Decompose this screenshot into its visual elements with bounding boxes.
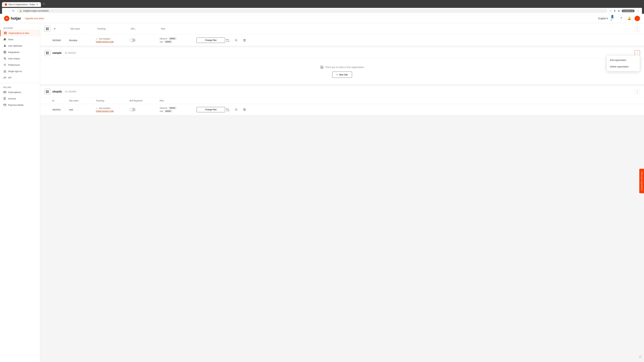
- plan-observe-label-shopify: Observe: [160, 107, 167, 109]
- change-plan-button-shopify[interactable]: Change Plan: [196, 107, 225, 112]
- col-tracking: Tracking: [97, 28, 131, 30]
- sh-col-e2: [225, 99, 234, 102]
- org-menu-button-moodjoy[interactable]: ⋮: [634, 26, 640, 31]
- org-menu-button-shopify[interactable]: ⋮: [634, 89, 640, 94]
- orgs-icon: [4, 31, 7, 34]
- tracking-status-moodjoy: ⚠ Not installed Install tracking code: [96, 37, 130, 43]
- plus-icon: +: [336, 73, 338, 76]
- preferences-label: Preferences: [8, 64, 20, 66]
- integrations-label: Integrations: [8, 51, 20, 53]
- svg-rect-25: [46, 29, 47, 30]
- link-icon-shopify[interactable]: [639, 355, 642, 359]
- sidebar-item-subscriptions[interactable]: Subscriptions: [0, 89, 40, 95]
- tracking-not-installed: Not installed: [99, 38, 110, 40]
- content-area: Id Site name Tracking 2FA... Plan ⋮: [40, 23, 644, 362]
- reload-button[interactable]: ↻: [12, 9, 15, 13]
- download-icon[interactable]: ⬇: [614, 9, 616, 12]
- svg-rect-29: [48, 52, 49, 53]
- toggle-shopify[interactable]: [130, 108, 160, 111]
- sidebar-item-user-attributes[interactable]: User attributes: [0, 42, 40, 49]
- toggle-moodjoy[interactable]: [130, 38, 160, 42]
- org-card-shopify: shopify ID: 2929389 ⋮ Id Site name Track…: [40, 86, 644, 115]
- tracking-status-shopify: ⚠ Not installed Install tracking code: [96, 107, 130, 112]
- org-title-shopify: shopify: [52, 90, 62, 93]
- sidebar-item-api[interactable]: API: [0, 74, 40, 81]
- org-card-sample: sample ID: 2929414 ⋮ Edit organization D…: [40, 47, 644, 85]
- notifications-icon[interactable]: 🔔: [626, 16, 632, 21]
- forward-button[interactable]: ›: [8, 9, 10, 13]
- sidebar-item-sso[interactable]: Single sign-on: [0, 68, 40, 74]
- sh-col-e3: [234, 99, 242, 102]
- rate-experience-tab[interactable]: Rate your experience: [639, 169, 644, 193]
- extensions-icon[interactable]: ⧉: [618, 9, 620, 12]
- svg-rect-38: [46, 92, 47, 93]
- settings-icon-shopify[interactable]: [234, 107, 239, 112]
- tab-close-button[interactable]: ✕: [36, 3, 38, 6]
- sidebar-item-orgs[interactable]: Organizations & sites: [0, 30, 40, 36]
- tab-favicon: [5, 3, 7, 6]
- org-id-sample: ID: 2929414: [65, 52, 76, 54]
- payment-icon: [3, 103, 6, 106]
- browser-actions: ☆ ⬇ ⧉ Incognito (2) ⋮: [609, 9, 639, 12]
- settings-icon-moodjoy[interactable]: [234, 37, 239, 43]
- user-attributes-icon: [3, 44, 6, 47]
- sh-col-tracking: Tracking: [96, 99, 130, 102]
- url-bar[interactable]: 🔒 insights.hotjar.com/site/list: [17, 9, 607, 13]
- svg-rect-16: [4, 92, 5, 92]
- browser-nav: ‹ › ↻ 🔒 insights.hotjar.com/site/list ☆ …: [2, 8, 642, 14]
- delete-icon-shopify[interactable]: [242, 107, 247, 112]
- tab-title: Sites & Organizations - Hotjar: [8, 3, 35, 6]
- chrome-menu-icon[interactable]: ⋮: [636, 9, 639, 12]
- orgs-label: Organizations & sites: [8, 32, 29, 34]
- org-grid-icon: [44, 26, 50, 32]
- add-user-icon[interactable]: 👤+: [610, 16, 616, 21]
- sidebar-item-integrations[interactable]: Integrations: [0, 49, 40, 55]
- svg-rect-23: [46, 27, 47, 29]
- subscriptions-label: Subscriptions: [8, 91, 21, 93]
- sidebar-item-preferences[interactable]: Preferences: [0, 62, 40, 68]
- edit-org-menu-item[interactable]: Edit organization: [606, 57, 640, 63]
- plan-ask-label-shopify: Ask: [160, 110, 163, 112]
- transfer-icon-shopify[interactable]: [225, 107, 230, 112]
- delete-icon-moodjoy[interactable]: [242, 37, 247, 43]
- logo-text: hotjar: [11, 16, 21, 21]
- active-tab[interactable]: Sites & Organizations - Hotjar ✕: [2, 2, 41, 7]
- team-label: Team: [8, 38, 14, 41]
- install-tracking-link-moodjoy[interactable]: Install tracking code: [96, 40, 114, 43]
- sidebar-item-user-lookup[interactable]: User lookup: [0, 55, 40, 62]
- org-menu-button-sample[interactable]: ⋮: [634, 50, 640, 56]
- plan-observe-label: Observe: [160, 37, 167, 40]
- logo-icon: H: [4, 16, 10, 21]
- svg-rect-3: [6, 33, 6, 34]
- install-tracking-link-shopify[interactable]: Install tracking code: [96, 110, 114, 112]
- upgrade-link[interactable]: Upgrade your plans: [25, 17, 44, 19]
- svg-rect-33: [322, 66, 323, 67]
- org-data-row-moodjoy: 3825660 Moodjoy ⚠ Not installed Install …: [40, 35, 644, 46]
- transfer-icon-moodjoy[interactable]: [225, 37, 230, 43]
- plan-observe-badge-shopify: BASIC: [168, 107, 176, 109]
- org-grid-icon-shopify: [44, 89, 50, 95]
- back-button[interactable]: ‹: [5, 9, 6, 13]
- help-icon[interactable]: ?: [618, 16, 624, 21]
- api-icon: [3, 76, 6, 79]
- new-tab-button[interactable]: +: [41, 1, 46, 7]
- ssl-lock-icon: 🔒: [20, 10, 22, 12]
- sidebar-item-invoices[interactable]: Invoices: [0, 95, 40, 102]
- sidebar-item-payment[interactable]: Payment details: [0, 102, 40, 108]
- sidebar-item-team[interactable]: Team: [0, 36, 40, 42]
- user-avatar[interactable]: [634, 16, 640, 21]
- sso-label: Single sign-on: [8, 70, 22, 72]
- delete-org-menu-item[interactable]: Delete organization: [606, 63, 640, 70]
- user-attributes-label: User attributes: [8, 44, 22, 47]
- bookmark-icon[interactable]: ☆: [609, 9, 612, 12]
- svg-rect-24: [48, 27, 49, 29]
- language-selector[interactable]: English ▾: [598, 17, 608, 20]
- col-id: Id: [54, 28, 70, 30]
- new-site-button[interactable]: + New Site: [332, 71, 352, 78]
- org-header-moodjoy: Id Site name Tracking 2FA... Plan ⋮: [40, 23, 644, 35]
- change-plan-button-moodjoy[interactable]: Change Plan: [196, 37, 225, 43]
- svg-point-27: [236, 40, 237, 41]
- empty-state-sample: There are no sites in this organization …: [40, 59, 644, 84]
- sh-col-id: Id: [52, 99, 69, 102]
- logo: H hotjar Upgrade your plans: [4, 16, 44, 21]
